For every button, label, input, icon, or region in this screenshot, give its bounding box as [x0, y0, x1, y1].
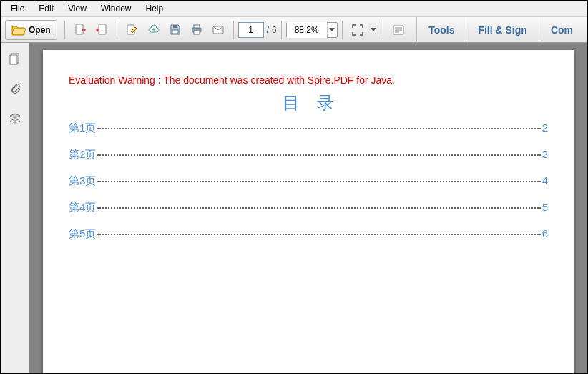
- svg-rect-11: [10, 55, 17, 64]
- zoom-dropdown[interactable]: [327, 23, 337, 37]
- toc-label: 第5页: [69, 227, 96, 241]
- attachments-tab[interactable]: [5, 79, 25, 99]
- fill-sign-panel-button[interactable]: Fill & Sign: [466, 17, 538, 43]
- menu-file[interactable]: File: [4, 2, 31, 15]
- menu-help[interactable]: Help: [139, 2, 171, 15]
- chevron-down-icon: [371, 28, 376, 31]
- toc-dots: [97, 207, 540, 209]
- toc-page: 3: [542, 148, 548, 160]
- open-label: Open: [29, 25, 51, 35]
- zoom-control[interactable]: [286, 22, 338, 38]
- thumbnails-tab[interactable]: [5, 49, 25, 69]
- fit-button[interactable]: [348, 20, 368, 40]
- svg-rect-3: [172, 30, 178, 34]
- read-icon: [392, 24, 405, 36]
- edit-button[interactable]: [122, 20, 142, 40]
- separator: [342, 21, 343, 39]
- toc-dots: [97, 128, 540, 129]
- pdf-page: Evaluation Warning : The document was cr…: [43, 50, 574, 374]
- menubar: File Edit View Window Help: [1, 1, 587, 17]
- separator: [117, 21, 117, 39]
- chevron-down-icon: [329, 28, 335, 31]
- svg-rect-6: [194, 25, 200, 28]
- pencil-page-icon: [126, 24, 139, 36]
- toc-label: 第3页: [69, 174, 96, 188]
- paperclip-icon: [9, 82, 21, 95]
- export-pdf-button[interactable]: [92, 20, 112, 40]
- toc-row[interactable]: 第2页3: [69, 148, 548, 162]
- save-button[interactable]: [165, 20, 185, 40]
- document-canvas[interactable]: Evaluation Warning : The document was cr…: [29, 43, 587, 374]
- toc-label: 第2页: [69, 148, 96, 162]
- create-pdf-button[interactable]: [70, 20, 90, 40]
- separator: [64, 21, 65, 39]
- separator: [383, 21, 383, 39]
- separator: [233, 21, 234, 39]
- menu-view[interactable]: View: [61, 2, 94, 15]
- svg-rect-7: [194, 31, 200, 34]
- tools-panel-button[interactable]: Tools: [416, 17, 466, 43]
- toc-label: 第1页: [69, 122, 96, 135]
- floppy-icon: [169, 24, 182, 36]
- toc-row[interactable]: 第3页4: [69, 174, 548, 188]
- page-arrow-out-icon: [95, 24, 108, 36]
- page-number-input[interactable]: [238, 22, 264, 38]
- toc-page: 6: [542, 227, 548, 240]
- toc-label: 第4页: [69, 201, 96, 215]
- zoom-input[interactable]: [287, 22, 327, 38]
- menu-window[interactable]: Window: [94, 2, 139, 15]
- svg-rect-1: [99, 24, 106, 34]
- right-tools: Tools Fill & Sign Com: [416, 17, 584, 43]
- toc-dots: [97, 154, 540, 156]
- toc-list: 第1页2第2页3第3页4第4页5第5页6: [69, 122, 548, 241]
- thumbnails-icon: [9, 52, 21, 65]
- printer-icon: [190, 24, 203, 36]
- toc-page: 2: [542, 122, 548, 134]
- cloud-button[interactable]: [144, 20, 164, 40]
- cloud-up-icon: [147, 24, 160, 36]
- page-arrow-icon: [74, 24, 87, 36]
- toc-row[interactable]: 第5页6: [69, 227, 548, 241]
- svg-rect-0: [76, 24, 83, 34]
- toc-row[interactable]: 第4页5: [69, 201, 548, 215]
- open-button[interactable]: Open: [5, 20, 57, 40]
- email-button[interactable]: [208, 20, 228, 40]
- toolbar: Open / 6 Tools Fill & Sign Com: [1, 17, 587, 43]
- toc-title: 目录: [69, 92, 548, 114]
- toc-page: 4: [542, 174, 548, 187]
- envelope-icon: [212, 24, 225, 36]
- sidebar: [1, 43, 29, 374]
- separator: [281, 21, 282, 39]
- toc-dots: [97, 234, 540, 235]
- evaluation-warning: Evaluation Warning : The document was cr…: [69, 74, 548, 86]
- page-total: 6: [272, 25, 277, 35]
- folder-icon: [11, 24, 26, 36]
- fit-dropdown[interactable]: [368, 23, 378, 37]
- layers-tab[interactable]: [5, 109, 25, 129]
- toc-dots: [97, 181, 540, 182]
- toc-page: 5: [542, 201, 548, 213]
- toc-row[interactable]: 第1页2: [69, 122, 548, 135]
- print-button[interactable]: [187, 20, 207, 40]
- read-mode-button[interactable]: [388, 20, 408, 40]
- page-separator: /: [264, 25, 272, 35]
- svg-rect-4: [173, 25, 177, 28]
- comment-panel-button[interactable]: Com: [539, 17, 584, 43]
- menu-edit[interactable]: Edit: [31, 2, 61, 15]
- layers-icon: [9, 112, 21, 125]
- fit-icon: [351, 24, 364, 36]
- workspace: Evaluation Warning : The document was cr…: [1, 43, 587, 374]
